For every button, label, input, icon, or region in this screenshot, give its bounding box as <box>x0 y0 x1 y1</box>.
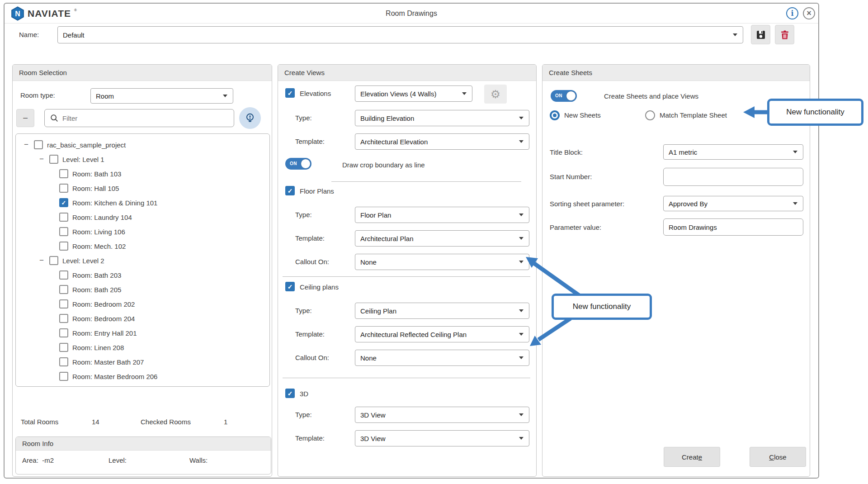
3d-type-dropdown[interactable]: 3D View <box>355 407 529 423</box>
ceiling-plans-checkbox[interactable]: ✓ <box>285 282 295 291</box>
checkbox[interactable] <box>59 299 68 308</box>
tree-item[interactable]: Room: Hall 105 <box>16 181 269 195</box>
tree-item[interactable]: Room: Bath 205 <box>16 282 269 297</box>
level-label: Level: <box>108 452 127 469</box>
collapse-icon[interactable]: − <box>38 256 49 265</box>
checkbox[interactable] <box>59 372 68 381</box>
tree-item[interactable]: Room: Master Bath 207 <box>16 355 269 369</box>
floor-template-dropdown[interactable]: Architectural Plan <box>355 230 529 247</box>
checkbox[interactable] <box>59 343 68 352</box>
name-input[interactable] <box>63 31 729 39</box>
tree-item[interactable]: Room: Laundry 104 <box>16 210 269 224</box>
tree-item[interactable]: Room: Bath 103 <box>16 166 269 181</box>
new-functionality-callout-top: New functionality <box>767 99 863 126</box>
match-template-sheet-radio[interactable] <box>645 110 655 120</box>
parameter-value-input[interactable] <box>669 223 798 231</box>
checkbox[interactable] <box>59 357 68 366</box>
tree-item-checked[interactable]: ✓ Room: Kitchen & Dining 101 <box>16 195 269 210</box>
delete-button[interactable] <box>775 25 794 44</box>
ceiling-callout-dropdown[interactable]: None <box>355 350 529 366</box>
chevron-down-icon <box>793 151 797 153</box>
elevation-settings-button[interactable]: ⚙ <box>484 85 507 104</box>
create-button[interactable]: Create <box>664 447 720 467</box>
room-type-dropdown[interactable]: Room <box>90 88 233 104</box>
room-type-label: Room type: <box>20 87 55 104</box>
ceiling-type-dropdown[interactable]: Ceiling Plan <box>355 303 529 319</box>
ceiling-template-dropdown[interactable]: Architectural Reflected Ceiling Plan <box>355 326 529 342</box>
tree-item[interactable]: Room: Master Bedroom 206 <box>16 369 269 384</box>
elevations-checkbox[interactable]: ✓ <box>285 88 295 98</box>
checkbox-checked[interactable]: ✓ <box>59 198 68 207</box>
tree-item[interactable]: Room: Living 106 <box>16 224 269 239</box>
tree-item-label: Level: Level 1 <box>62 156 104 163</box>
create-sheets-header: Create Sheets <box>542 65 810 81</box>
checkbox[interactable] <box>59 213 68 222</box>
tree-item-label: Room: Bath 203 <box>72 271 121 279</box>
checkbox[interactable] <box>59 285 68 294</box>
checkbox[interactable] <box>59 184 68 193</box>
tree-item-label: Room: Bath 103 <box>72 170 121 178</box>
checkbox[interactable] <box>59 328 68 337</box>
tree-item[interactable]: Room: Linen 208 <box>16 340 269 355</box>
tip-lightbulb-button[interactable] <box>239 107 261 129</box>
divider <box>331 181 521 182</box>
elevation-mode-dropdown[interactable]: Elevation Views (4 Walls) <box>355 85 472 102</box>
checkbox[interactable] <box>49 256 58 265</box>
tree-item-label: Room: Master Bedroom 206 <box>72 373 157 380</box>
info-icon[interactable]: i <box>786 7 798 19</box>
save-button[interactable] <box>751 25 770 44</box>
checked-rooms-label: Checked Rooms <box>141 414 191 430</box>
start-number-input[interactable] <box>669 173 798 181</box>
tree-item-project[interactable]: − rac_basic_sample_project <box>16 138 269 152</box>
chevron-down-icon <box>519 237 524 240</box>
title-block-dropdown[interactable]: A1 metric <box>663 144 803 160</box>
create-sheets-panel: Create Sheets ON Create Sheets and place… <box>542 64 810 477</box>
checkbox[interactable] <box>59 270 68 280</box>
parameter-value-box[interactable] <box>663 218 803 236</box>
tree-item-label: rac_basic_sample_project <box>47 141 126 149</box>
create-sheets-toggle[interactable]: ON <box>551 90 577 102</box>
sorting-parameter-dropdown[interactable]: Approved By <box>663 196 803 211</box>
close-icon[interactable]: × <box>803 7 815 19</box>
new-sheets-radio[interactable] <box>550 110 560 120</box>
tree-item[interactable]: Room: Mech. 102 <box>16 239 269 253</box>
crop-boundary-label: Draw crop boundary as line <box>342 157 425 173</box>
floor-type-dropdown[interactable]: Floor Plan <box>355 207 529 223</box>
checkbox[interactable] <box>59 169 68 178</box>
floor-type-label: Type: <box>295 207 312 223</box>
toggle-knob <box>566 91 576 101</box>
checkbox[interactable] <box>59 314 68 323</box>
crop-boundary-toggle[interactable]: ON <box>285 158 311 170</box>
titlebar: N NAVIATE ® Room Drawings i × <box>5 4 818 24</box>
name-combobox[interactable] <box>57 26 743 43</box>
tree-item-level2[interactable]: − Level: Level 2 <box>16 253 269 268</box>
floor-plans-checkbox[interactable]: ✓ <box>285 186 295 195</box>
tree-item-level1[interactable]: − Level: Level 1 <box>16 152 269 166</box>
floor-callout-label: Callout On: <box>295 254 329 270</box>
collapse-all-button[interactable]: − <box>16 109 34 127</box>
elevation-template-dropdown[interactable]: Architectural Elevation <box>355 133 529 150</box>
collapse-icon[interactable]: − <box>22 140 34 149</box>
floor-plans-label: Floor Plans <box>300 183 334 199</box>
checkbox[interactable] <box>59 242 68 251</box>
3d-checkbox[interactable]: ✓ <box>285 389 295 398</box>
filter-box[interactable] <box>44 109 234 127</box>
tree-item[interactable]: Room: Entry Hall 201 <box>16 326 269 340</box>
tree-item[interactable]: Room: Bedroom 204 <box>16 311 269 326</box>
start-number-box[interactable] <box>663 168 803 186</box>
elevation-type-dropdown[interactable]: Building Elevation <box>355 110 529 126</box>
tree-item[interactable]: Room: Bath 203 <box>16 268 269 282</box>
room-tree[interactable]: − rac_basic_sample_project − Level: Leve… <box>15 133 270 387</box>
filter-input[interactable] <box>62 114 229 122</box>
3d-template-dropdown[interactable]: 3D View <box>355 430 529 446</box>
checkbox[interactable] <box>34 140 43 149</box>
close-button[interactable]: Close <box>750 447 806 467</box>
checkbox[interactable] <box>59 227 68 236</box>
checkbox[interactable] <box>49 155 58 164</box>
tree-item-label: Room: Living 106 <box>72 228 125 236</box>
create-views-header: Create Views <box>278 65 536 81</box>
floor-callout-dropdown[interactable]: None <box>355 254 529 270</box>
save-icon <box>755 29 766 40</box>
collapse-icon[interactable]: − <box>38 155 49 164</box>
tree-item[interactable]: Room: Bedroom 202 <box>16 297 269 311</box>
